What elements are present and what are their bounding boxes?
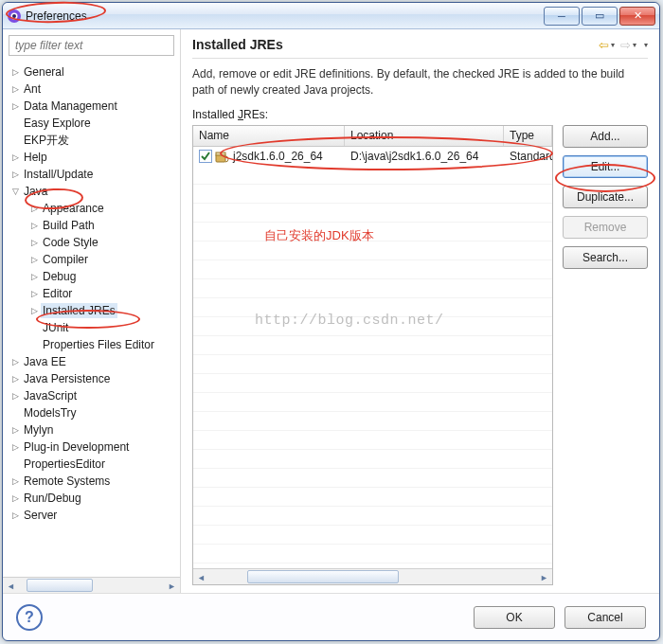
tree-item-label: Debug <box>41 269 78 284</box>
tree-item-label: Java Persistence <box>22 371 112 386</box>
twisty-closed-icon[interactable]: ▷ <box>27 235 41 250</box>
close-button[interactable]: ✕ <box>619 7 655 26</box>
tree-item-modelstry[interactable]: ModelsTry <box>3 404 180 421</box>
ok-button[interactable]: OK <box>474 606 555 629</box>
edit-button[interactable]: Edit... <box>563 155 648 178</box>
tree-item-javascript[interactable]: ▷JavaScript <box>3 387 180 404</box>
cell-location: D:\java\j2sdk1.6.0_26_64 <box>350 150 478 163</box>
twisty-closed-icon[interactable]: ▷ <box>9 422 22 438</box>
cell-name: j2sdk1.6.0_26_64 <box>233 150 323 163</box>
tree-item-data-management[interactable]: ▷Data Management <box>3 98 180 115</box>
twisty-closed-icon[interactable]: ▷ <box>9 388 22 403</box>
checkbox-icon[interactable] <box>199 150 212 163</box>
tree-item-label: Plug-in Development <box>22 439 131 455</box>
twisty-closed-icon[interactable]: ▷ <box>9 98 22 114</box>
filter-input[interactable] <box>9 35 174 56</box>
scrollbar-thumb[interactable] <box>27 579 93 592</box>
tree-item-help[interactable]: ▷Help <box>3 149 180 166</box>
tree-item-label: Build Path <box>41 218 97 233</box>
forward-menu-icon[interactable]: ▾ <box>633 41 636 49</box>
twisty-closed-icon[interactable]: ▷ <box>27 286 41 301</box>
tree-item-label: PropertiesEditor <box>22 456 107 472</box>
forward-icon: ⇨ <box>620 38 631 52</box>
tree-item-label: Easy Explore <box>22 116 93 131</box>
jre-list-label: Installed JREs: <box>192 108 648 121</box>
duplicate-button[interactable]: Duplicate... <box>563 186 648 208</box>
tree-item-install-update[interactable]: ▷Install/Update <box>3 166 180 183</box>
tree-item-build-path[interactable]: ▷Build Path <box>3 217 180 234</box>
twisty-closed-icon[interactable]: ▷ <box>27 201 41 216</box>
window-title: Preferences <box>26 9 542 23</box>
svg-point-2 <box>12 14 16 18</box>
tree-item-label: Help <box>22 150 49 165</box>
preferences-dialog: Preferences ─ ▭ ✕ ▷General▷Ant▷Data Mana… <box>2 2 660 641</box>
tree-item-appearance[interactable]: ▷Appearance <box>3 200 180 217</box>
tree-item-label: JavaScript <box>22 388 79 403</box>
twisty-closed-icon[interactable]: ▷ <box>9 150 22 165</box>
scroll-left-icon[interactable]: ◄ <box>3 578 19 593</box>
twisty-closed-icon[interactable]: ▷ <box>27 303 41 318</box>
tree-item-code-style[interactable]: ▷Code Style <box>3 234 180 251</box>
tree-item-installed-jres[interactable]: ▷Installed JREs <box>3 302 180 319</box>
scroll-right-icon[interactable]: ► <box>536 569 552 585</box>
tree-item-editor[interactable]: ▷Editor <box>3 285 180 302</box>
tree-item-java-ee[interactable]: ▷Java EE <box>3 353 180 370</box>
tree-item-properties-files-editor[interactable]: Properties Files Editor <box>3 336 180 353</box>
table-scrollbar[interactable]: ◄ ► <box>193 568 552 584</box>
tree-item-propertieseditor[interactable]: PropertiesEditor <box>3 456 180 473</box>
tree-item-easy-explore[interactable]: Easy Explore <box>3 115 180 132</box>
tree-item-run-debug[interactable]: ▷Run/Debug <box>3 490 180 507</box>
view-menu-icon[interactable]: ▾ <box>644 41 648 49</box>
cancel-button[interactable]: Cancel <box>564 606 646 629</box>
cell-type: Standard <box>510 150 552 163</box>
jre-table[interactable]: Name Location Type <box>192 125 553 585</box>
tree-item-ant[interactable]: ▷Ant <box>3 80 180 98</box>
scroll-left-icon[interactable]: ◄ <box>193 569 209 585</box>
twisty-closed-icon[interactable]: ▷ <box>9 167 22 182</box>
twisty-closed-icon[interactable]: ▷ <box>9 64 22 80</box>
twisty-closed-icon[interactable]: ▷ <box>9 508 22 523</box>
twisty-closed-icon[interactable]: ▷ <box>9 81 22 97</box>
tree-item-label: Remote Systems <box>22 474 112 489</box>
tree-item-general[interactable]: ▷General <box>3 63 180 80</box>
tree-item-mylyn[interactable]: ▷Mylyn <box>3 421 180 438</box>
tree-item-label: Properties Files Editor <box>41 337 156 352</box>
twisty-closed-icon[interactable]: ▷ <box>9 371 22 386</box>
tree-item-junit[interactable]: JUnit <box>3 319 180 336</box>
tree-item-java[interactable]: ▽Java <box>3 183 180 200</box>
back-menu-icon[interactable]: ▾ <box>611 41 615 49</box>
twisty-closed-icon[interactable]: ▷ <box>27 218 41 233</box>
jre-icon <box>215 150 230 163</box>
add-button[interactable]: Add... <box>563 125 648 148</box>
twisty-closed-icon[interactable]: ▷ <box>9 474 22 489</box>
minimize-button[interactable]: ─ <box>544 7 580 26</box>
tree-item-remote-systems[interactable]: ▷Remote Systems <box>3 473 180 490</box>
tree-item-java-persistence[interactable]: ▷Java Persistence <box>3 370 180 387</box>
search-button[interactable]: Search... <box>563 246 648 269</box>
col-name[interactable]: Name <box>193 126 345 146</box>
tree-item-ekp-[interactable]: EKP开发 <box>3 132 180 149</box>
sidebar-scrollbar[interactable]: ◄ ► <box>3 577 180 593</box>
col-location[interactable]: Location <box>345 126 504 146</box>
col-type[interactable]: Type <box>504 126 552 146</box>
twisty-closed-icon[interactable]: ▷ <box>9 439 22 455</box>
twisty-closed-icon[interactable]: ▷ <box>27 269 41 284</box>
tree-item-label: Code Style <box>41 235 100 250</box>
titlebar[interactable]: Preferences ─ ▭ ✕ <box>3 3 659 29</box>
scroll-right-icon[interactable]: ► <box>164 578 180 593</box>
tree-item-server[interactable]: ▷Server <box>3 507 180 524</box>
tree-item-debug[interactable]: ▷Debug <box>3 268 180 285</box>
tree-item-compiler[interactable]: ▷Compiler <box>3 251 180 268</box>
twisty-closed-icon[interactable]: ▷ <box>9 354 22 369</box>
twisty-closed-icon[interactable]: ▷ <box>27 252 41 267</box>
preferences-tree[interactable]: ▷General▷Ant▷Data ManagementEasy Explore… <box>3 62 180 577</box>
table-row[interactable]: j2sdk1.6.0_26_64 D:\java\j2sdk1.6.0_26_6… <box>193 147 552 166</box>
back-icon[interactable]: ⇦ <box>599 38 609 52</box>
twisty-closed-icon[interactable]: ▷ <box>9 491 22 506</box>
tree-item-label: EKP开发 <box>22 133 71 148</box>
tree-item-plug-in-development[interactable]: ▷Plug-in Development <box>3 438 180 456</box>
scrollbar-thumb[interactable] <box>247 570 399 583</box>
maximize-button[interactable]: ▭ <box>582 7 618 26</box>
help-icon[interactable]: ? <box>16 604 43 631</box>
twisty-open-icon[interactable]: ▽ <box>9 184 22 199</box>
